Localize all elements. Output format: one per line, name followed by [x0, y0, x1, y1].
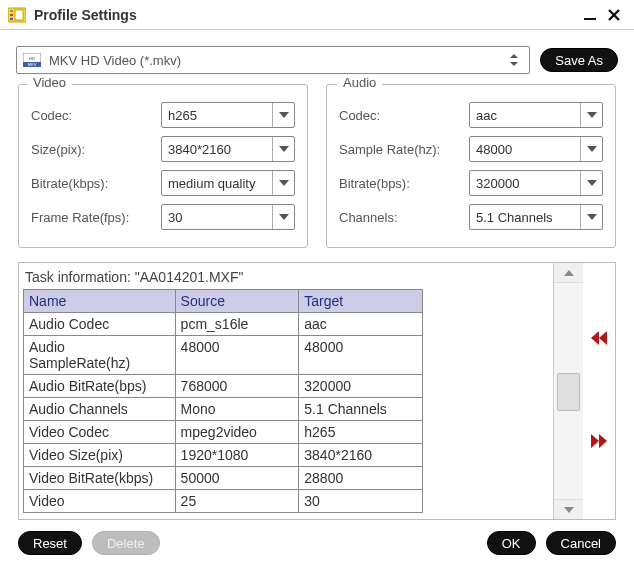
audio-channels-select[interactable]: 5.1 Channels	[469, 204, 603, 230]
scrollbar-thumb[interactable]	[557, 373, 580, 411]
profile-format-select[interactable]: HDMKV MKV HD Video (*.mkv)	[16, 46, 530, 74]
scrollbar-track[interactable]	[554, 283, 583, 499]
task-info-title: Task information: "AA014201.MXF"	[25, 269, 549, 285]
table-cell: Video Codec	[24, 421, 176, 444]
video-group-title: Video	[27, 75, 72, 90]
table-cell: mpeg2video	[175, 421, 299, 444]
profile-settings-window: Profile Settings HDMKV MKV HD Video (*.m…	[0, 0, 634, 570]
audio-bitrate-label: Bitrate(bps):	[339, 176, 469, 191]
svg-marker-19	[587, 146, 597, 152]
svg-marker-15	[279, 146, 289, 152]
chevron-down-icon	[272, 171, 294, 195]
prev-task-button[interactable]	[589, 328, 609, 351]
table-cell: 25	[175, 490, 299, 513]
video-bitrate-label: Bitrate(kbps):	[31, 176, 161, 191]
svg-text:MKV: MKV	[28, 62, 37, 67]
table-header-row: NameSourceTarget	[24, 290, 423, 313]
svg-marker-20	[587, 180, 597, 186]
chevron-down-icon	[580, 137, 602, 161]
audio-channels-label: Channels:	[339, 210, 469, 225]
svg-rect-3	[10, 18, 13, 20]
task-info-panel: Task information: "AA014201.MXF" NameSou…	[18, 262, 616, 520]
task-nav-arrows	[583, 263, 615, 519]
table-cell: 5.1 Channels	[299, 398, 423, 421]
video-codec-value: h265	[168, 108, 272, 123]
table-row: Video BitRate(kbps)5000028800	[24, 467, 423, 490]
audio-group-title: Audio	[337, 75, 382, 90]
svg-marker-26	[591, 434, 599, 448]
table-cell: Video	[24, 490, 176, 513]
scrollbar-vertical[interactable]	[553, 263, 583, 519]
svg-marker-24	[591, 331, 599, 345]
minimize-button[interactable]	[578, 3, 602, 27]
table-cell: 48000	[299, 336, 423, 375]
chevron-down-icon	[272, 205, 294, 229]
svg-marker-17	[279, 214, 289, 220]
video-size-value: 3840*2160	[168, 142, 272, 157]
audio-samplerate-label: Sample Rate(hz):	[339, 142, 469, 157]
table-header-cell: Target	[299, 290, 423, 313]
save-as-button[interactable]: Save As	[540, 48, 618, 72]
video-group: Video Codec: h265 Size(pix): 3840*2160 B…	[18, 84, 308, 248]
chevron-down-icon	[272, 103, 294, 127]
scroll-down-icon[interactable]	[554, 499, 583, 519]
table-cell: 1920*1080	[175, 444, 299, 467]
ok-button[interactable]: OK	[487, 531, 536, 555]
svg-marker-13	[510, 62, 518, 66]
video-size-select[interactable]: 3840*2160	[161, 136, 295, 162]
close-button[interactable]	[602, 3, 626, 27]
table-cell: 320000	[299, 375, 423, 398]
app-icon	[8, 6, 26, 24]
svg-rect-5	[584, 18, 596, 20]
table-header-cell: Source	[175, 290, 299, 313]
table-row: Audio ChannelsMono5.1 Channels	[24, 398, 423, 421]
video-bitrate-select[interactable]: medium quality	[161, 170, 295, 196]
svg-rect-4	[15, 10, 23, 20]
scroll-up-icon[interactable]	[554, 263, 583, 283]
svg-rect-2	[10, 14, 13, 16]
video-bitrate-value: medium quality	[168, 176, 272, 191]
svg-marker-22	[564, 270, 574, 276]
audio-bitrate-value: 320000	[476, 176, 580, 191]
table-cell: 48000	[175, 336, 299, 375]
table-cell: Audio BitRate(bps)	[24, 375, 176, 398]
svg-marker-23	[564, 507, 574, 513]
table-cell: 3840*2160	[299, 444, 423, 467]
next-task-button[interactable]	[589, 431, 609, 454]
profile-format-label: MKV HD Video (*.mkv)	[49, 53, 505, 68]
table-cell: 768000	[175, 375, 299, 398]
table-cell: aac	[299, 313, 423, 336]
table-row: Audio Codecpcm_s16leaac	[24, 313, 423, 336]
table-cell: Mono	[175, 398, 299, 421]
video-codec-select[interactable]: h265	[161, 102, 295, 128]
cancel-button[interactable]: Cancel	[546, 531, 616, 555]
svg-marker-21	[587, 214, 597, 220]
svg-marker-18	[587, 112, 597, 118]
audio-samplerate-select[interactable]: 48000	[469, 136, 603, 162]
video-framerate-select[interactable]: 30	[161, 204, 295, 230]
svg-marker-25	[599, 331, 607, 345]
mkv-icon: HDMKV	[23, 53, 41, 67]
table-cell: Video BitRate(kbps)	[24, 467, 176, 490]
table-header-cell: Name	[24, 290, 176, 313]
svg-text:HD: HD	[29, 56, 35, 61]
table-row: Video Size(pix)1920*10803840*2160	[24, 444, 423, 467]
table-row: Audio SampleRate(hz)4800048000	[24, 336, 423, 375]
audio-bitrate-select[interactable]: 320000	[469, 170, 603, 196]
task-info-table: NameSourceTarget Audio Codecpcm_s16leaac…	[23, 289, 423, 513]
audio-codec-select[interactable]: aac	[469, 102, 603, 128]
chevron-down-icon	[272, 137, 294, 161]
audio-samplerate-value: 48000	[476, 142, 580, 157]
chevron-down-icon	[580, 171, 602, 195]
titlebar: Profile Settings	[0, 0, 634, 30]
reset-button[interactable]: Reset	[18, 531, 82, 555]
chevron-down-icon	[580, 103, 602, 127]
table-cell: Audio SampleRate(hz)	[24, 336, 176, 375]
table-cell: 30	[299, 490, 423, 513]
table-body: Audio Codecpcm_s16leaacAudio SampleRate(…	[24, 313, 423, 513]
svg-rect-1	[10, 10, 13, 12]
bottom-bar: Reset Delete OK Cancel	[0, 526, 634, 570]
table-cell: pcm_s16le	[175, 313, 299, 336]
video-framerate-value: 30	[168, 210, 272, 225]
table-cell: h265	[299, 421, 423, 444]
